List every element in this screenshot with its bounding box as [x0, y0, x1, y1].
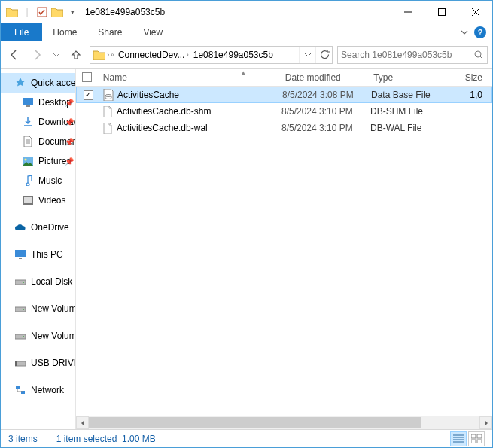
svg-rect-13 — [15, 250, 26, 257]
history-overflow-icon[interactable]: « — [111, 50, 115, 59]
svg-rect-14 — [19, 258, 22, 259]
sidebar-item-downloads[interactable]: Downloads 📌 — [1, 112, 75, 132]
svg-rect-8 — [26, 105, 30, 107]
svg-rect-28 — [471, 440, 476, 443]
sidebar-item-label: OneDrive — [31, 222, 69, 233]
address-bar[interactable]: › « ConnectedDev... › 1e081e499a053c5b — [90, 46, 333, 64]
sidebar-item-label: Local Disk — [31, 276, 72, 287]
sidebar-item-drive[interactable]: Local Disk — [1, 272, 75, 291]
ribbon-tabs: File Home Share View ? — [1, 23, 492, 41]
drive-icon — [14, 303, 26, 315]
tab-home[interactable]: Home — [42, 23, 87, 41]
svg-rect-26 — [471, 434, 476, 438]
svg-point-18 — [23, 309, 24, 310]
sidebar-item-this-pc[interactable]: This PC — [1, 245, 75, 264]
status-selection: 1 item selected 1.00 MB — [56, 434, 156, 444]
sidebar-item-onedrive[interactable]: OneDrive — [1, 218, 75, 237]
scroll-left-button[interactable] — [76, 416, 89, 429]
svg-rect-23 — [16, 386, 20, 389]
scroll-right-button[interactable] — [479, 416, 492, 429]
qat-dropdown-icon[interactable]: ▾ — [65, 4, 79, 20]
sidebar-item-videos[interactable]: Videos — [1, 190, 75, 210]
details-view-button[interactable] — [450, 431, 467, 446]
properties-icon[interactable] — [35, 4, 49, 20]
file-date: 8/5/2024 3:08 PM — [282, 90, 371, 100]
svg-point-20 — [23, 336, 24, 337]
chevron-right-icon[interactable]: › — [107, 50, 109, 59]
folder-icon — [93, 50, 105, 60]
forward-button[interactable] — [28, 46, 46, 64]
sidebar-item-quick-access[interactable]: Quick access — [1, 73, 75, 93]
breadcrumb-item[interactable]: ConnectedDev... › — [117, 50, 190, 60]
file-row[interactable]: ActivitiesCache.db-shm 8/5/2024 3:10 PM … — [76, 103, 492, 120]
column-headers: Name ▴ Date modified Type Size — [76, 69, 492, 87]
recent-locations-button[interactable] — [50, 46, 62, 64]
content-pane: Name ▴ Date modified Type Size Activitie… — [76, 69, 492, 429]
sidebar-item-label: USB DRIVE — [31, 358, 75, 368]
chevron-right-icon[interactable]: › — [186, 50, 188, 59]
music-icon — [22, 175, 34, 187]
file-name: ActivitiesCache.db-shm — [117, 106, 211, 117]
column-header-name[interactable]: Name — [99, 72, 281, 83]
address-dropdown-button[interactable] — [299, 47, 315, 63]
quick-access-toolbar: | ▾ — [5, 4, 79, 20]
sidebar-item-documents[interactable]: Documents 📌 — [1, 132, 75, 151]
sidebar-item-desktop[interactable]: Desktop 📌 — [1, 93, 75, 112]
file-icon — [102, 105, 114, 117]
scrollbar-thumb[interactable] — [89, 417, 421, 428]
sidebar-item-drive[interactable]: New Volume — [1, 326, 75, 346]
file-row[interactable]: ActivitiesCache 8/5/2024 3:08 PM Data Ba… — [76, 87, 492, 103]
column-header-date[interactable]: Date modified — [281, 72, 369, 83]
pictures-icon — [22, 155, 34, 167]
svg-point-5 — [475, 51, 481, 57]
thumbnails-view-button[interactable] — [468, 431, 485, 446]
svg-line-6 — [480, 56, 483, 59]
folder-icon — [50, 4, 64, 20]
documents-icon — [22, 136, 34, 148]
up-button[interactable] — [67, 46, 85, 64]
back-button[interactable] — [5, 46, 23, 64]
ribbon-expand-icon[interactable] — [461, 29, 468, 36]
sidebar-item-music[interactable]: Music — [1, 171, 75, 190]
title-bar: | ▾ 1e081e499a053c5b — [1, 1, 492, 23]
breadcrumb-item[interactable]: 1e081e499a053c5b — [192, 50, 275, 60]
row-checkbox[interactable] — [77, 90, 99, 100]
sort-indicator-icon: ▴ — [242, 69, 245, 76]
star-icon — [14, 77, 26, 89]
sidebar-item-pictures[interactable]: Pictures 📌 — [1, 151, 75, 171]
navigation-bar: › « ConnectedDev... › 1e081e499a053c5b S… — [1, 41, 492, 69]
column-header-type[interactable]: Type — [369, 72, 460, 83]
file-type: Data Base File — [371, 90, 463, 100]
sidebar-item-label: New Volume — [31, 303, 75, 314]
breadcrumb-label: ConnectedDev... — [118, 50, 185, 60]
window-title: 1e081e499a053c5b — [85, 7, 165, 17]
file-list[interactable]: ActivitiesCache 8/5/2024 3:08 PM Data Ba… — [76, 87, 492, 416]
pin-icon: 📌 — [65, 157, 74, 166]
minimize-button[interactable] — [391, 1, 425, 23]
file-tab[interactable]: File — [1, 23, 42, 41]
sidebar-item-network[interactable]: Network — [1, 380, 75, 400]
network-icon — [14, 384, 26, 396]
scrollbar-track[interactable] — [89, 416, 479, 429]
search-input[interactable]: Search 1e081e499a053c5b — [337, 46, 488, 64]
svg-rect-12 — [24, 197, 32, 203]
horizontal-scrollbar[interactable] — [76, 416, 492, 429]
svg-rect-2 — [438, 8, 445, 15]
folder-icon — [5, 4, 19, 20]
sidebar-item-drive[interactable]: USB DRIVE — [1, 353, 75, 373]
breadcrumb-label: 1e081e499a053c5b — [193, 50, 273, 60]
column-header-size[interactable]: Size — [461, 72, 492, 83]
tab-share[interactable]: Share — [87, 23, 132, 41]
close-button[interactable] — [458, 1, 492, 23]
file-row[interactable]: ActivitiesCache.db-wal 8/5/2024 3:10 PM … — [76, 120, 492, 136]
sidebar-item-drive[interactable]: New Volume — [1, 299, 75, 318]
usb-drive-icon — [14, 357, 26, 369]
refresh-button[interactable] — [315, 47, 332, 63]
maximize-button[interactable] — [425, 1, 458, 23]
tab-view[interactable]: View — [132, 23, 173, 41]
sidebar-item-label: Network — [31, 385, 64, 395]
file-type: DB-WAL File — [370, 123, 462, 133]
select-all-checkbox[interactable] — [76, 72, 99, 82]
file-type: DB-SHM File — [370, 106, 462, 117]
help-icon[interactable]: ? — [474, 26, 486, 38]
